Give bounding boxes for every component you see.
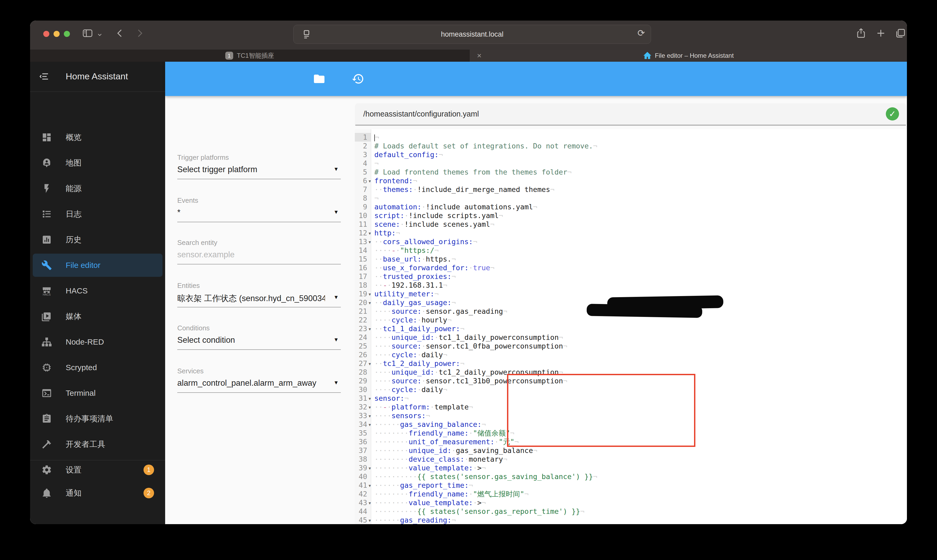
code-line-9[interactable]: 9automation:·!include automations.yaml¬ bbox=[355, 203, 907, 211]
sidebar-item-media[interactable]: 媒体 bbox=[33, 305, 162, 328]
todo-icon bbox=[42, 414, 52, 424]
tab-tc1-smart-plug[interactable]: 1 TC1智能插座 bbox=[30, 49, 470, 62]
fold-arrow-icon[interactable]: ▼ bbox=[369, 177, 371, 186]
dropdown-caret-icon[interactable]: ▼ bbox=[333, 294, 339, 300]
fold-arrow-icon[interactable]: ▼ bbox=[369, 394, 371, 403]
code-line-11[interactable]: 11scene:·!include scenes.yaml¬ bbox=[355, 220, 907, 229]
code-line-45[interactable]: 45▼······gas_reading:¬ bbox=[355, 516, 907, 524]
code-line-44[interactable]: 44··········{{ states('sensor.gas_report… bbox=[355, 507, 907, 516]
fold-arrow-icon[interactable]: ▼ bbox=[369, 499, 371, 508]
dropdown-caret-icon[interactable]: ▼ bbox=[333, 209, 339, 215]
sidebar-item-chip[interactable]: Scrypted bbox=[33, 356, 162, 379]
code-line-26[interactable]: 26····cycle:·daily¬ bbox=[355, 351, 907, 359]
code-line-43[interactable]: 43▼········value_template:·>¬ bbox=[355, 498, 907, 507]
sidebar-item-sitemap[interactable]: Node-RED bbox=[33, 330, 162, 354]
code-line-15[interactable]: 15··base_url:·https.¬ bbox=[355, 255, 907, 263]
reload-icon[interactable]: ⟳ bbox=[638, 28, 645, 38]
code-text: ····unique_id:·tc1_1_daily_powerconsumpt… bbox=[371, 333, 563, 342]
code-line-39[interactable]: 39▼········value_template:·>¬ bbox=[355, 463, 907, 472]
close-window-button[interactable] bbox=[43, 31, 49, 37]
code-line-24[interactable]: 24····unique_id:·tc1_1_daily_powerconsum… bbox=[355, 333, 907, 342]
sidebar-item-wrench[interactable]: File editor bbox=[33, 254, 162, 277]
sidebar-item-logbook[interactable]: 日志 bbox=[33, 203, 162, 226]
share-icon[interactable] bbox=[855, 28, 867, 39]
code-text: ······gas_reading:¬ bbox=[371, 516, 456, 524]
code-line-41[interactable]: 41▼······gas_report_time:¬ bbox=[355, 481, 907, 489]
code-line-16[interactable]: 16··use_x_forwarded_for:·true¬ bbox=[355, 263, 907, 272]
code-line-8[interactable]: 8¬ bbox=[355, 194, 907, 203]
fold-arrow-icon[interactable]: ▼ bbox=[369, 238, 371, 246]
sidebar-item-map[interactable]: 地图 bbox=[33, 151, 162, 175]
code-line-10[interactable]: 10script:·!include scripts.yaml¬ bbox=[355, 211, 907, 220]
sidebar-item-energy[interactable]: 能源 bbox=[33, 177, 162, 200]
code-line-18[interactable]: 18··-·192.168.31.1¬ bbox=[355, 281, 907, 289]
code-line-42[interactable]: 42········friendly_name:·"燃气上报时间"¬ bbox=[355, 489, 907, 498]
forward-button[interactable] bbox=[134, 28, 145, 39]
code-line-12[interactable]: 12▼http:¬ bbox=[355, 229, 907, 237]
fold-arrow-icon[interactable]: ▼ bbox=[369, 482, 371, 490]
tab-file-editor[interactable]: × File editor – Home Assistant bbox=[470, 49, 907, 62]
field-entities[interactable]: Entities晾衣架 工作状态 (sensor.hyd_cn_5900341…… bbox=[177, 282, 341, 290]
code-line-4[interactable]: 4¬ bbox=[355, 159, 907, 168]
folder-icon[interactable] bbox=[313, 72, 325, 85]
code-line-3[interactable]: 3default_config:¬ bbox=[355, 150, 907, 159]
file-path-field[interactable]: /homeassistant/configuration.yaml ✓ bbox=[355, 103, 906, 126]
field-search-entity[interactable]: Search entitysensor.example bbox=[177, 238, 341, 247]
sidebar-item-notifications[interactable]: 通知2 bbox=[33, 482, 162, 505]
field-trigger-platforms[interactable]: Trigger platformsSelect trigger platform… bbox=[177, 154, 341, 162]
fold-arrow-icon[interactable]: ▼ bbox=[369, 403, 371, 412]
code-line-5[interactable]: 5# Load frontend themes from the themes … bbox=[355, 168, 907, 176]
minimize-window-button[interactable] bbox=[54, 31, 60, 37]
code-line-25[interactable]: 25····source:·sensor.tc1_0fba_powerconsu… bbox=[355, 342, 907, 351]
tab-overview-icon[interactable] bbox=[895, 28, 906, 39]
sidebar-item-historychart[interactable]: 历史 bbox=[33, 228, 162, 251]
fold-arrow-icon[interactable]: ▼ bbox=[369, 516, 371, 524]
field-services[interactable]: Servicesalarm_control_panel.alarm_arm_aw… bbox=[177, 367, 341, 375]
code-text: ······gas_report_time:¬ bbox=[371, 481, 473, 489]
new-tab-icon[interactable] bbox=[875, 28, 887, 39]
history-icon[interactable] bbox=[351, 72, 364, 85]
chevron-down-icon[interactable] bbox=[97, 32, 103, 38]
back-button[interactable] bbox=[114, 28, 126, 39]
line-number: 41▼ bbox=[355, 481, 371, 489]
sidebar-toggle-icon[interactable] bbox=[82, 28, 93, 39]
url-bar[interactable]: homeassistant.local ⟳ bbox=[293, 25, 651, 44]
sidebar-item-dashboard[interactable]: 概览 bbox=[33, 126, 162, 149]
menu-collapse-icon[interactable] bbox=[39, 71, 49, 82]
fold-arrow-icon[interactable]: ▼ bbox=[369, 325, 371, 334]
fold-arrow-icon[interactable]: ▼ bbox=[369, 360, 371, 368]
code-line-23[interactable]: 23▼··tc1_1_daily_power:¬ bbox=[355, 324, 907, 333]
code-line-38[interactable]: 38········device_class:·monetary¬ bbox=[355, 455, 907, 463]
sidebar-item-devtools[interactable]: 开发者工具 bbox=[33, 433, 162, 456]
sidebar-item-todo[interactable]: 待办事项清单 bbox=[33, 407, 162, 430]
field-events[interactable]: Events*▼ bbox=[177, 197, 341, 205]
fold-arrow-icon[interactable]: ▼ bbox=[369, 299, 371, 308]
fold-arrow-icon[interactable]: ▼ bbox=[369, 412, 371, 420]
fold-arrow-icon[interactable]: ▼ bbox=[369, 229, 371, 238]
sidebar-item-terminal[interactable]: Terminal bbox=[33, 382, 162, 405]
close-tab-icon[interactable]: × bbox=[477, 51, 482, 60]
reader-icon[interactable] bbox=[301, 29, 312, 40]
fold-arrow-icon[interactable]: ▼ bbox=[369, 420, 371, 429]
code-editor[interactable]: 1¬2# Loads default set of integrations. … bbox=[355, 129, 907, 524]
code-line-2[interactable]: 2# Loads default set of integrations. Do… bbox=[355, 142, 907, 150]
dropdown-caret-icon[interactable]: ▼ bbox=[333, 166, 339, 172]
zoom-window-button[interactable] bbox=[64, 31, 70, 37]
code-line-7[interactable]: 7··themes:·!include_dir_merge_named them… bbox=[355, 185, 907, 194]
field-conditions[interactable]: ConditionsSelect condition▼ bbox=[177, 324, 341, 332]
code-line-1[interactable]: 1¬ bbox=[355, 133, 907, 142]
fold-arrow-icon[interactable]: ▼ bbox=[369, 290, 371, 299]
code-line-27[interactable]: 27▼··tc1_2_daily_power:¬ bbox=[355, 359, 907, 368]
code-line-37[interactable]: 37········unique_id:·gas_saving_balance¬ bbox=[355, 446, 907, 455]
code-line-17[interactable]: 17··trusted_proxies:¬ bbox=[355, 272, 907, 281]
code-line-6[interactable]: 6▼frontend:¬ bbox=[355, 176, 907, 185]
sidebar-item-hacs[interactable]: HACSHACS bbox=[33, 279, 162, 302]
code-line-40[interactable]: 40··········{{ states('sensor.gas_saving… bbox=[355, 472, 907, 481]
sidebar-item-gear[interactable]: 设置1 bbox=[33, 458, 162, 482]
dropdown-caret-icon[interactable]: ▼ bbox=[333, 337, 339, 343]
fold-arrow-icon[interactable]: ▼ bbox=[369, 464, 371, 473]
code-line-14[interactable]: 14····-·"https:/¬ bbox=[355, 246, 907, 255]
dropdown-caret-icon[interactable]: ▼ bbox=[333, 380, 339, 386]
code-line-13[interactable]: 13▼··cors_allowed_origins:¬ bbox=[355, 237, 907, 246]
code-line-22[interactable]: 22····cycle:·hourly¬ bbox=[355, 315, 907, 324]
